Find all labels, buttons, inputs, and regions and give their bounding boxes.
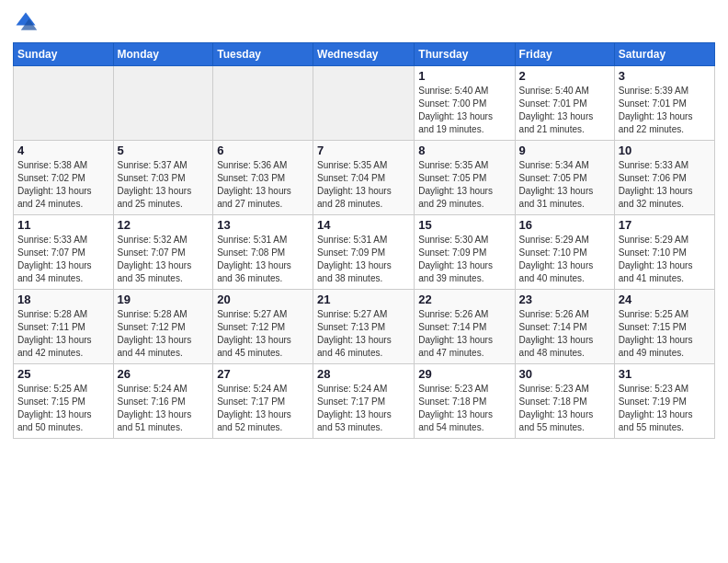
calendar-day-3: 3Sunrise: 5:39 AMSunset: 7:01 PMDaylight…	[614, 66, 714, 141]
day-info: Sunrise: 5:30 AMSunset: 7:09 PMDaylight:…	[418, 234, 510, 285]
calendar-day-18: 18Sunrise: 5:28 AMSunset: 7:11 PMDayligh…	[14, 290, 114, 364]
day-number: 17	[619, 218, 711, 232]
day-number: 31	[619, 367, 711, 381]
day-number: 21	[317, 293, 410, 306]
calendar-day-6: 6Sunrise: 5:36 AMSunset: 7:03 PMDaylight…	[213, 141, 313, 215]
day-number: 2	[519, 69, 610, 83]
calendar-day-28: 28Sunrise: 5:24 AMSunset: 7:17 PMDayligh…	[313, 364, 415, 439]
day-info: Sunrise: 5:33 AMSunset: 7:07 PMDaylight:…	[17, 234, 109, 285]
calendar-week-row: 18Sunrise: 5:28 AMSunset: 7:11 PMDayligh…	[14, 290, 715, 364]
day-info: Sunrise: 5:23 AMSunset: 7:18 PMDaylight:…	[519, 383, 610, 434]
calendar-day-11: 11Sunrise: 5:33 AMSunset: 7:07 PMDayligh…	[14, 215, 114, 290]
day-info: Sunrise: 5:28 AMSunset: 7:11 PMDaylight:…	[17, 308, 109, 360]
calendar-day-29: 29Sunrise: 5:23 AMSunset: 7:18 PMDayligh…	[415, 364, 515, 439]
weekday-header-sunday: Sunday	[14, 43, 114, 66]
calendar-day-12: 12Sunrise: 5:32 AMSunset: 7:07 PMDayligh…	[113, 215, 213, 290]
weekday-header-friday: Friday	[515, 43, 614, 66]
page: SundayMondayTuesdayWednesdayThursdayFrid…	[0, 0, 728, 563]
calendar-day-26: 26Sunrise: 5:24 AMSunset: 7:16 PMDayligh…	[113, 364, 213, 439]
weekday-header-monday: Monday	[113, 43, 213, 66]
calendar-day-7: 7Sunrise: 5:35 AMSunset: 7:04 PMDaylight…	[313, 141, 415, 215]
day-number: 7	[317, 144, 410, 157]
day-info: Sunrise: 5:27 AMSunset: 7:12 PMDaylight:…	[217, 308, 309, 360]
day-info: Sunrise: 5:35 AMSunset: 7:05 PMDaylight:…	[418, 159, 510, 211]
calendar-day-2: 2Sunrise: 5:40 AMSunset: 7:01 PMDaylight…	[515, 66, 614, 141]
day-info: Sunrise: 5:40 AMSunset: 7:01 PMDaylight:…	[519, 85, 610, 136]
day-number: 8	[418, 144, 510, 157]
calendar-day-15: 15Sunrise: 5:30 AMSunset: 7:09 PMDayligh…	[415, 215, 515, 290]
day-number: 30	[519, 367, 610, 381]
day-info: Sunrise: 5:40 AMSunset: 7:00 PMDaylight:…	[418, 85, 510, 136]
day-number: 1	[418, 69, 510, 83]
calendar-day-8: 8Sunrise: 5:35 AMSunset: 7:05 PMDaylight…	[415, 141, 515, 215]
calendar-day-17: 17Sunrise: 5:29 AMSunset: 7:10 PMDayligh…	[614, 215, 714, 290]
calendar-day-21: 21Sunrise: 5:27 AMSunset: 7:13 PMDayligh…	[313, 290, 415, 364]
day-info: Sunrise: 5:36 AMSunset: 7:03 PMDaylight:…	[217, 159, 309, 211]
day-number: 29	[418, 367, 510, 381]
day-number: 22	[418, 293, 510, 306]
day-info: Sunrise: 5:25 AMSunset: 7:15 PMDaylight:…	[619, 308, 711, 360]
calendar-day-9: 9Sunrise: 5:34 AMSunset: 7:05 PMDaylight…	[515, 141, 614, 215]
calendar-day-20: 20Sunrise: 5:27 AMSunset: 7:12 PMDayligh…	[213, 290, 313, 364]
day-number: 18	[17, 293, 109, 306]
day-number: 4	[17, 144, 109, 157]
logo-icon	[13, 9, 39, 35]
day-number: 11	[17, 218, 109, 232]
day-number: 14	[317, 218, 410, 232]
day-info: Sunrise: 5:29 AMSunset: 7:10 PMDaylight:…	[519, 234, 610, 285]
day-info: Sunrise: 5:26 AMSunset: 7:14 PMDaylight:…	[418, 308, 510, 360]
day-info: Sunrise: 5:35 AMSunset: 7:04 PMDaylight:…	[317, 159, 410, 211]
day-number: 24	[619, 293, 711, 306]
weekday-header-tuesday: Tuesday	[213, 43, 313, 66]
day-number: 23	[519, 293, 610, 306]
calendar-day-5: 5Sunrise: 5:37 AMSunset: 7:03 PMDaylight…	[113, 141, 213, 215]
calendar-day-10: 10Sunrise: 5:33 AMSunset: 7:06 PMDayligh…	[614, 141, 714, 215]
calendar-day-1: 1Sunrise: 5:40 AMSunset: 7:00 PMDaylight…	[415, 66, 515, 141]
day-number: 9	[519, 144, 610, 157]
day-number: 28	[317, 367, 410, 381]
day-number: 16	[519, 218, 610, 232]
calendar-day-empty	[313, 66, 415, 141]
day-info: Sunrise: 5:32 AMSunset: 7:07 PMDaylight:…	[118, 234, 210, 285]
day-info: Sunrise: 5:29 AMSunset: 7:10 PMDaylight:…	[619, 234, 711, 285]
day-number: 13	[217, 218, 309, 232]
day-number: 12	[118, 218, 210, 232]
calendar-day-31: 31Sunrise: 5:23 AMSunset: 7:19 PMDayligh…	[614, 364, 714, 439]
calendar-table: SundayMondayTuesdayWednesdayThursdayFrid…	[13, 42, 715, 439]
calendar-day-19: 19Sunrise: 5:28 AMSunset: 7:12 PMDayligh…	[113, 290, 213, 364]
day-info: Sunrise: 5:25 AMSunset: 7:15 PMDaylight:…	[17, 383, 109, 434]
weekday-header-wednesday: Wednesday	[313, 43, 415, 66]
day-info: Sunrise: 5:24 AMSunset: 7:17 PMDaylight:…	[217, 383, 309, 434]
calendar-day-14: 14Sunrise: 5:31 AMSunset: 7:09 PMDayligh…	[313, 215, 415, 290]
day-info: Sunrise: 5:33 AMSunset: 7:06 PMDaylight:…	[619, 159, 711, 211]
weekday-header-saturday: Saturday	[614, 43, 714, 66]
calendar-day-24: 24Sunrise: 5:25 AMSunset: 7:15 PMDayligh…	[614, 290, 714, 364]
calendar-day-empty	[213, 66, 313, 141]
calendar-day-empty	[14, 66, 114, 141]
header	[13, 9, 715, 35]
day-info: Sunrise: 5:34 AMSunset: 7:05 PMDaylight:…	[519, 159, 610, 211]
day-info: Sunrise: 5:31 AMSunset: 7:08 PMDaylight:…	[217, 234, 309, 285]
day-info: Sunrise: 5:39 AMSunset: 7:01 PMDaylight:…	[619, 85, 711, 136]
calendar-day-13: 13Sunrise: 5:31 AMSunset: 7:08 PMDayligh…	[213, 215, 313, 290]
weekday-header-row: SundayMondayTuesdayWednesdayThursdayFrid…	[14, 43, 715, 66]
day-info: Sunrise: 5:38 AMSunset: 7:02 PMDaylight:…	[17, 159, 109, 211]
calendar-day-23: 23Sunrise: 5:26 AMSunset: 7:14 PMDayligh…	[515, 290, 614, 364]
calendar-day-22: 22Sunrise: 5:26 AMSunset: 7:14 PMDayligh…	[415, 290, 515, 364]
day-number: 15	[418, 218, 510, 232]
calendar-day-27: 27Sunrise: 5:24 AMSunset: 7:17 PMDayligh…	[213, 364, 313, 439]
day-number: 26	[118, 367, 210, 381]
calendar-week-row: 25Sunrise: 5:25 AMSunset: 7:15 PMDayligh…	[14, 364, 715, 439]
calendar-day-empty	[113, 66, 213, 141]
day-number: 6	[217, 144, 309, 157]
calendar-day-25: 25Sunrise: 5:25 AMSunset: 7:15 PMDayligh…	[14, 364, 114, 439]
calendar-day-16: 16Sunrise: 5:29 AMSunset: 7:10 PMDayligh…	[515, 215, 614, 290]
calendar-week-row: 4Sunrise: 5:38 AMSunset: 7:02 PMDaylight…	[14, 141, 715, 215]
day-info: Sunrise: 5:26 AMSunset: 7:14 PMDaylight:…	[519, 308, 610, 360]
day-info: Sunrise: 5:37 AMSunset: 7:03 PMDaylight:…	[118, 159, 210, 211]
day-info: Sunrise: 5:24 AMSunset: 7:16 PMDaylight:…	[118, 383, 210, 434]
calendar-day-4: 4Sunrise: 5:38 AMSunset: 7:02 PMDaylight…	[14, 141, 114, 215]
day-info: Sunrise: 5:28 AMSunset: 7:12 PMDaylight:…	[118, 308, 210, 360]
day-number: 19	[118, 293, 210, 306]
day-number: 27	[217, 367, 309, 381]
